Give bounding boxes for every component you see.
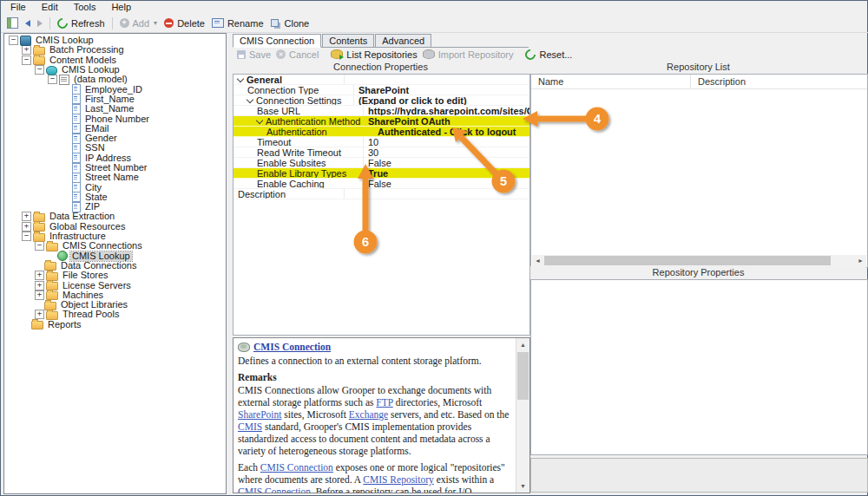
collapse-icon[interactable]: − xyxy=(48,75,57,84)
property-value[interactable] xyxy=(345,189,529,199)
refresh-button[interactable]: Refresh xyxy=(54,16,108,30)
back-button[interactable] xyxy=(22,18,34,29)
tree-item-city[interactable]: City xyxy=(4,182,226,192)
chevron-down-icon[interactable] xyxy=(256,116,263,123)
collapse-icon[interactable]: − xyxy=(35,65,44,75)
tree-item-label[interactable]: Street Name xyxy=(83,173,141,182)
property-grid[interactable]: GeneralConnection TypeSharePointConnecti… xyxy=(233,74,530,336)
collapse-icon[interactable]: − xyxy=(22,232,31,241)
list-repositories-button[interactable]: List Repositories xyxy=(328,49,419,61)
tree-item-thread-pools[interactable]: +Thread Pools xyxy=(4,310,226,319)
tree-item-label[interactable]: Batch Processing xyxy=(48,45,126,55)
menu-edit[interactable]: Edit xyxy=(34,1,66,14)
scroll-right-icon[interactable]: ► xyxy=(855,255,866,266)
expand-icon[interactable]: + xyxy=(35,281,44,290)
property-row-enable-subsites[interactable]: Enable SubsitesFalse xyxy=(233,158,529,168)
clone-button[interactable]: Clone xyxy=(267,16,313,30)
menu-file[interactable]: File xyxy=(3,1,34,14)
property-row-connection-settings[interactable]: Connection Settings(Expand or click to e… xyxy=(233,95,529,106)
chevron-down-icon[interactable] xyxy=(237,75,244,82)
help-scrollbar[interactable]: ▲ ▼ xyxy=(516,338,529,493)
tree-item-gender[interactable]: Gender xyxy=(4,134,226,143)
tree-item-reports[interactable]: Reports xyxy=(4,320,226,330)
tab-contents[interactable]: Contents xyxy=(322,34,374,47)
scroll-left-icon[interactable]: ◄ xyxy=(532,255,543,266)
tree-item-label[interactable]: SSN xyxy=(83,143,107,153)
tree-item-phone-number[interactable]: Phone Number xyxy=(4,114,226,123)
help-link[interactable]: CMIS Repository xyxy=(363,474,433,485)
property-value[interactable]: (Expand or click to edit) xyxy=(354,95,529,105)
repository-list[interactable]: Name Description ◄ ► xyxy=(530,74,868,268)
chevron-down-icon[interactable] xyxy=(247,95,253,102)
property-value[interactable]: Authenticated - Click to logout xyxy=(373,127,529,136)
tree-item-label[interactable]: CMIS Connections xyxy=(61,241,144,251)
scroll-up-icon[interactable]: ▲ xyxy=(516,338,529,351)
expand-icon[interactable]: + xyxy=(22,212,31,221)
property-row-read-write-timeout[interactable]: Read Write Timeout30 xyxy=(233,147,529,158)
collapse-icon[interactable]: − xyxy=(22,55,31,65)
scroll-down-icon[interactable]: ▼ xyxy=(516,480,529,493)
help-link[interactable]: Exchange xyxy=(349,409,388,420)
help-link[interactable]: CMIS Connection xyxy=(238,486,311,493)
help-link[interactable]: FTP xyxy=(376,397,392,408)
tree-item-label[interactable]: Phone Number xyxy=(83,114,151,124)
property-value[interactable]: True xyxy=(364,168,529,178)
tree-item-file-stores[interactable]: +File Stores xyxy=(4,271,226,280)
expand-icon[interactable]: + xyxy=(35,310,44,319)
delete-button[interactable]: Delete xyxy=(161,16,208,30)
expand-icon[interactable]: + xyxy=(35,290,44,300)
property-value[interactable]: SharePoint OAuth xyxy=(364,116,529,126)
expand-icon[interactable]: + xyxy=(35,271,44,280)
help-link[interactable]: CMIS Connection xyxy=(260,462,333,473)
scroll-thumb[interactable] xyxy=(517,352,529,400)
column-header-description[interactable]: Description xyxy=(691,76,746,87)
node-tree-panel[interactable]: −CMIS Lookup+Batch Processing−Content Mo… xyxy=(3,33,227,494)
property-row-base-url[interactable]: Base URLhttps://hydra.sharepoint.com/sit… xyxy=(233,106,529,116)
tree-item-zip[interactable]: ZIP xyxy=(4,202,226,212)
tree-item-last-name[interactable]: Last_Name xyxy=(4,104,226,114)
expand-icon[interactable]: + xyxy=(22,45,31,55)
tree-item-label[interactable]: Employee_ID xyxy=(83,85,144,95)
property-row-general[interactable]: General xyxy=(233,75,529,85)
rename-button[interactable]: Rename xyxy=(208,16,267,30)
property-row-authentication-method[interactable]: Authentication MethodSharePoint OAuth xyxy=(233,116,529,127)
property-row-enable-library-types[interactable]: Enable Library TypesTrue xyxy=(233,168,529,179)
nav-toggle-button[interactable] xyxy=(3,16,22,30)
tree-item-label[interactable]: Last_Name xyxy=(83,104,135,114)
property-row-connection-type[interactable]: Connection TypeSharePoint xyxy=(233,85,529,95)
tree-item-label[interactable]: City xyxy=(83,183,103,193)
tree-item-street-name[interactable]: Street Name xyxy=(4,173,226,182)
scroll-thumb[interactable] xyxy=(544,256,831,265)
help-link[interactable]: SharePoint xyxy=(238,409,281,420)
menu-tools[interactable]: Tools xyxy=(66,1,104,14)
dropdown-caret-icon[interactable]: ▾ xyxy=(154,19,157,27)
property-row-timeout[interactable]: Timeout10 xyxy=(233,137,529,147)
property-value[interactable]: https://hydra.sharepoint.com/sites/Chili… xyxy=(364,106,529,115)
reset-button[interactable]: Reset... xyxy=(523,49,575,61)
tree-item-global-resources[interactable]: +Global Resources xyxy=(4,222,226,232)
collapse-icon[interactable]: − xyxy=(9,36,18,45)
tree-item-ssn[interactable]: SSN xyxy=(4,143,226,153)
help-link[interactable]: CMIS xyxy=(238,421,262,432)
tree-item-label[interactable]: License Servers xyxy=(61,281,133,290)
property-row-authentication[interactable]: AuthenticationAuthenticated - Click to l… xyxy=(233,127,529,137)
tree-item-batch-processing[interactable]: +Batch Processing xyxy=(4,45,226,55)
tree-item-label[interactable]: (data model) xyxy=(72,75,129,84)
help-title-link[interactable]: CMIS Connection xyxy=(253,341,331,353)
property-value[interactable]: False xyxy=(364,179,529,188)
tree-item-cmis-connections[interactable]: −CMIS Connections xyxy=(4,241,226,251)
property-value[interactable]: 10 xyxy=(364,137,529,147)
repository-list-hscrollbar[interactable]: ◄ ► xyxy=(532,255,866,266)
property-row-description[interactable]: Description xyxy=(233,189,529,199)
tab-cmis-connection[interactable]: CMIS Connection xyxy=(233,34,321,48)
collapse-icon[interactable]: − xyxy=(35,241,44,251)
tree-item-state[interactable]: State xyxy=(4,193,226,202)
tree-item--data-model-[interactable]: −(data model) xyxy=(4,75,226,84)
property-value[interactable]: 30 xyxy=(364,147,529,157)
tree-item-data-extraction[interactable]: +Data Extraction xyxy=(4,212,226,221)
tab-advanced[interactable]: Advanced xyxy=(375,34,431,47)
tree-item-label[interactable]: File Stores xyxy=(61,271,110,280)
tree-item-label[interactable]: Reports xyxy=(46,320,83,330)
property-value[interactable] xyxy=(345,75,529,84)
tree-item-label[interactable]: Data Extraction xyxy=(48,212,116,221)
